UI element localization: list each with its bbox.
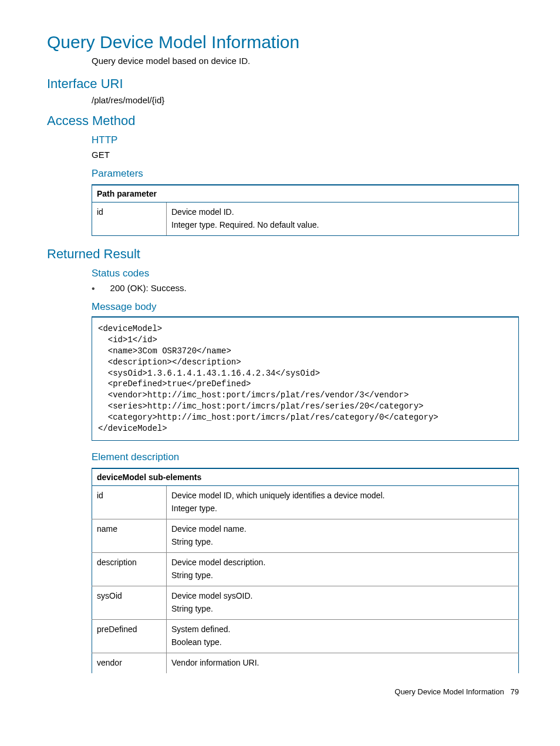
elem-desc: Vendor information URI. (167, 653, 519, 673)
status-code-item: • 200 (OK): Success. (92, 283, 519, 293)
table-row: sysOid Device model sysOID. String type. (92, 586, 519, 619)
elem-desc-line: Device model ID, which uniquely identifi… (171, 491, 514, 500)
elem-desc-line: String type. (171, 571, 514, 580)
message-body-code: <deviceModel> <id>1</id> <name>3Com OSR3… (92, 316, 519, 441)
param-desc-line: Integer type. Required. No default value… (171, 220, 514, 229)
element-description-table: deviceModel sub-elements id Device model… (92, 468, 519, 673)
elem-desc-line: Device model sysOID. (171, 591, 514, 600)
access-method-heading: Access Method (47, 113, 519, 129)
elem-desc: Device model ID, which uniquely identifi… (167, 485, 519, 519)
table-row: preDefined System defined. Boolean type. (92, 619, 519, 653)
intro-text: Query device model based on device ID. (92, 56, 519, 66)
param-desc-line: Device model ID. (171, 207, 514, 217)
parameters-table: Path parameter id Device model ID. Integ… (92, 184, 519, 236)
elem-name: id (92, 485, 167, 519)
table-row: name Device model name. String type. (92, 519, 519, 552)
table-row: id Device model ID. Integer type. Requir… (92, 202, 519, 236)
table-row: vendor Vendor information URI. (92, 653, 519, 673)
elem-name: name (92, 519, 167, 552)
page-title: Query Device Model Information (47, 32, 519, 52)
elem-desc-line: System defined. (171, 625, 514, 634)
message-body-heading: Message body (92, 301, 519, 313)
elem-name: description (92, 552, 167, 586)
page-footer: Query Device Model Information 79 (47, 687, 519, 696)
param-desc: Device model ID. Integer type. Required.… (167, 202, 519, 236)
bullet-icon: • (92, 284, 95, 293)
elem-desc-line: Device model description. (171, 558, 514, 567)
footer-page-number: 79 (511, 687, 519, 696)
elem-desc: Device model sysOID. String type. (167, 586, 519, 619)
http-method: GET (92, 150, 519, 160)
status-codes-heading: Status codes (92, 268, 519, 279)
elem-desc-line: Integer type. (171, 504, 514, 513)
footer-title: Query Device Model Information (394, 687, 504, 696)
status-code-text: 200 (OK): Success. (110, 283, 187, 293)
elem-name: preDefined (92, 619, 167, 653)
parameters-heading: Parameters (92, 168, 519, 180)
elem-desc: System defined. Boolean type. (167, 619, 519, 653)
table-row: description Device model description. St… (92, 552, 519, 586)
elem-desc-line: String type. (171, 537, 514, 546)
elem-desc: Device model description. String type. (167, 552, 519, 586)
param-table-header: Path parameter (92, 185, 519, 202)
elem-desc-line: Vendor information URI. (171, 658, 514, 667)
returned-result-heading: Returned Result (47, 247, 519, 262)
elem-desc-line: String type. (171, 604, 514, 613)
elem-desc-line: Device model name. (171, 524, 514, 534)
elem-table-header: deviceModel sub-elements (92, 468, 519, 486)
interface-uri-value: /plat/res/model/{id} (92, 95, 519, 105)
elem-name: sysOid (92, 586, 167, 619)
interface-uri-heading: Interface URI (47, 76, 519, 92)
element-description-heading: Element description (92, 451, 519, 463)
elem-name: vendor (92, 653, 167, 673)
http-heading: HTTP (92, 134, 519, 146)
elem-desc: Device model name. String type. (167, 519, 519, 552)
table-row: id Device model ID, which uniquely ident… (92, 485, 519, 519)
param-name: id (92, 202, 167, 236)
elem-desc-line: Boolean type. (171, 637, 514, 647)
